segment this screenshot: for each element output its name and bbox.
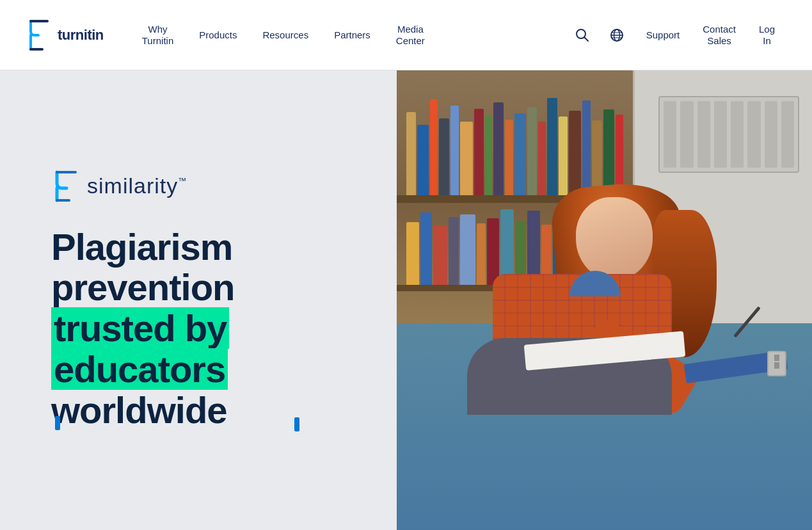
headline-trusted-by: trusted by bbox=[51, 307, 229, 349]
turnitin-logo-text: turnitin bbox=[58, 27, 104, 44]
similarity-text: similarity bbox=[87, 173, 178, 198]
book-2 bbox=[417, 125, 429, 202]
login-link[interactable]: LogIn bbox=[747, 0, 786, 70]
student-group bbox=[429, 172, 800, 415]
nav-links: WhyTurnitin Products Resources Partners … bbox=[129, 0, 571, 70]
radiator-fin bbox=[714, 101, 727, 168]
similarity-logo-icon bbox=[51, 169, 81, 204]
book2-1 bbox=[406, 222, 419, 286]
navbar: turnitin WhyTurnitin Products Resources … bbox=[0, 0, 812, 70]
radiator bbox=[658, 96, 799, 173]
contact-sales-link[interactable]: ContactSales bbox=[691, 0, 747, 70]
student-face bbox=[576, 197, 653, 280]
search-icon bbox=[575, 28, 589, 42]
site-logo[interactable]: turnitin bbox=[26, 19, 104, 52]
nav-actions: Support ContactSales LogIn bbox=[635, 0, 786, 70]
radiator-fin bbox=[680, 101, 693, 168]
hero-headline: Plagiarism prevention trusted by educato… bbox=[51, 227, 358, 431]
text-selection-handle-top bbox=[55, 416, 60, 430]
headline-worldwide: worldwide bbox=[51, 389, 227, 431]
hero-image bbox=[397, 70, 812, 530]
nav-item-media-center[interactable]: MediaCenter bbox=[383, 0, 438, 70]
pen bbox=[733, 306, 760, 337]
turnitin-logo-icon bbox=[26, 19, 52, 52]
nav-item-resources[interactable]: Resources bbox=[250, 0, 321, 70]
radiator-fin bbox=[697, 101, 710, 168]
outlet-slot1 bbox=[774, 355, 779, 361]
hero-left-content: similarity ™ Plagiarism prevention trust… bbox=[0, 70, 397, 530]
globe-icon bbox=[609, 28, 625, 43]
book-1 bbox=[406, 112, 416, 202]
nav-item-products[interactable]: Products bbox=[186, 0, 250, 70]
text-selection-handle-bottom bbox=[294, 417, 299, 431]
nav-icon-group bbox=[571, 24, 628, 47]
radiator-fin bbox=[765, 101, 777, 168]
outlet-slot2 bbox=[774, 362, 779, 369]
wall-outlet bbox=[767, 351, 786, 376]
similarity-logo: similarity ™ bbox=[51, 169, 358, 204]
search-button[interactable] bbox=[571, 24, 594, 47]
headline-plagiarism: Plagiarism bbox=[51, 226, 232, 268]
language-button[interactable] bbox=[605, 24, 628, 47]
headline-educators: educators bbox=[51, 348, 228, 390]
radiator-fin bbox=[747, 101, 760, 168]
similarity-trademark: ™ bbox=[178, 176, 186, 186]
radiator-fin bbox=[731, 101, 744, 168]
radiator-fin bbox=[664, 101, 676, 168]
nav-item-partners[interactable]: Partners bbox=[321, 0, 383, 70]
similarity-brand-text: similarity ™ bbox=[87, 173, 186, 198]
svg-line-1 bbox=[584, 37, 588, 41]
hero-scene bbox=[397, 70, 812, 530]
headline-prevention: prevention bbox=[51, 266, 235, 308]
nav-item-why-turnitin[interactable]: WhyTurnitin bbox=[129, 0, 186, 70]
hero-section: similarity ™ Plagiarism prevention trust… bbox=[0, 70, 812, 530]
support-link[interactable]: Support bbox=[635, 0, 692, 70]
radiator-fin bbox=[781, 101, 794, 168]
